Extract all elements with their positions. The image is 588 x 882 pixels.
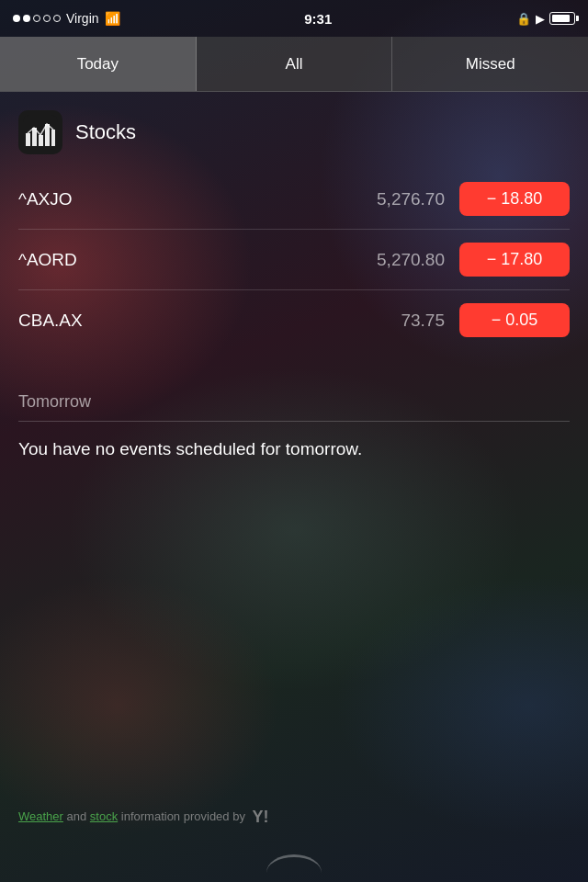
signal-dot-2 <box>23 15 30 22</box>
tomorrow-divider <box>18 421 570 422</box>
lock-icon: 🔒 <box>516 12 531 26</box>
tab-today[interactable]: Today <box>0 37 197 91</box>
stock-price-axjo: 5,276.70 <box>344 189 445 209</box>
handle-shape <box>266 854 322 873</box>
stock-row-aord[interactable]: ^AORD 5,270.80 − 17.80 <box>18 230 570 290</box>
bottom-handle <box>266 854 322 873</box>
status-time: 9:31 <box>304 11 332 27</box>
stocks-widget: Stocks ^AXJO 5,276.70 − 18.80 ^AORD 5,27… <box>0 110 588 365</box>
stock-price-cba: 73.75 <box>344 311 445 331</box>
weather-link[interactable]: Weather <box>18 809 63 823</box>
stock-link[interactable]: stock <box>90 809 118 823</box>
footer: Weather and stock information provided b… <box>0 798 588 836</box>
tomorrow-title: Tomorrow <box>18 392 570 412</box>
svg-rect-3 <box>39 135 43 146</box>
battery-fill <box>552 15 570 22</box>
main-content: Stocks ^AXJO 5,276.70 − 18.80 ^AORD 5,27… <box>0 92 588 472</box>
tab-missed[interactable]: Missed <box>392 37 588 91</box>
location-icon: ▶ <box>536 12 545 26</box>
wifi-icon: 📶 <box>105 11 120 26</box>
status-bar: Virgin 📶 9:31 🔒 ▶ <box>0 0 588 37</box>
stock-symbol-aord: ^AORD <box>18 250 344 270</box>
stock-row-axjo[interactable]: ^AXJO 5,276.70 − 18.80 <box>18 169 570 230</box>
no-events-text: You have no events scheduled for tomorro… <box>18 436 570 463</box>
signal-dot-4 <box>43 15 51 22</box>
stocks-app-icon <box>18 110 62 154</box>
tab-all[interactable]: All <box>197 37 393 91</box>
stock-row-cba[interactable]: CBA.AX 73.75 − 0.05 <box>18 290 570 350</box>
widget-header: Stocks <box>18 110 570 154</box>
signal-dot-3 <box>33 15 40 22</box>
stocks-title: Stocks <box>75 120 136 144</box>
stock-price-aord: 5,270.80 <box>344 250 445 270</box>
signal-dot-1 <box>13 15 20 22</box>
stocks-chart-svg <box>23 115 58 150</box>
footer-text: Weather and stock information provided b… <box>18 809 269 823</box>
svg-rect-1 <box>26 133 30 146</box>
stock-change-axjo: − 18.80 <box>459 182 570 216</box>
tab-bar: Today All Missed <box>0 37 588 92</box>
status-right: 🔒 ▶ <box>516 12 575 26</box>
stock-symbol-axjo: ^AXJO <box>18 189 344 209</box>
stock-change-aord: − 17.80 <box>459 243 570 277</box>
status-left: Virgin 📶 <box>13 11 120 26</box>
stock-symbol-cba: CBA.AX <box>18 311 344 331</box>
stock-change-cba: − 0.05 <box>459 303 570 337</box>
yahoo-logo: Y! <box>253 808 269 827</box>
tomorrow-section: Tomorrow You have no events scheduled fo… <box>0 374 588 472</box>
battery-shell <box>549 12 575 25</box>
svg-rect-5 <box>51 130 55 146</box>
signal-dot-5 <box>53 15 61 22</box>
signal-indicator <box>13 15 61 22</box>
battery-indicator <box>549 12 575 25</box>
carrier-name: Virgin <box>66 11 99 26</box>
